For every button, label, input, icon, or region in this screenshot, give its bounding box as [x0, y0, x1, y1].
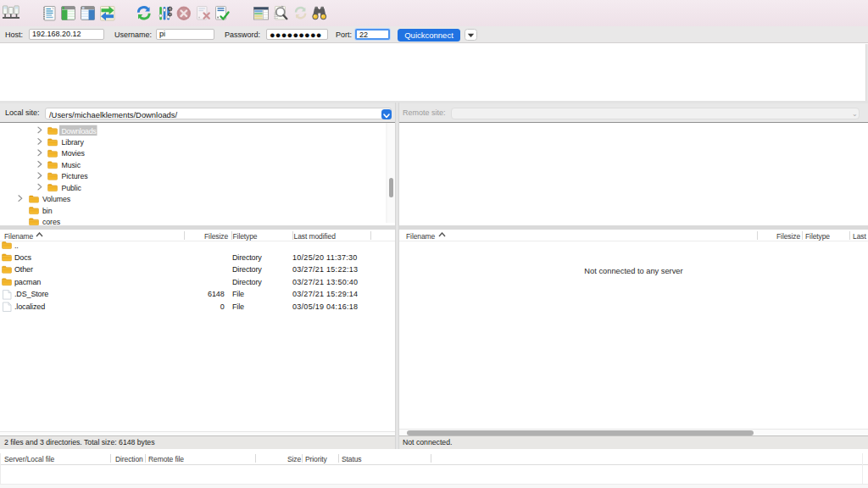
svg-text:Directory: Directory — [232, 265, 262, 274]
svg-text:Movies: Movies — [62, 149, 86, 158]
svg-text:File: File — [232, 302, 244, 311]
svg-text:Music: Music — [62, 161, 81, 169]
svg-text:pacman: pacman — [14, 278, 41, 286]
svg-text:10/25/20 11:37:30: 10/25/20 11:37:30 — [292, 253, 358, 262]
svg-text:0: 0 — [220, 302, 225, 311]
svg-text:Library: Library — [62, 138, 85, 147]
svg-text:Docs: Docs — [14, 253, 32, 262]
svg-text:6148: 6148 — [208, 290, 225, 298]
svg-text:Pictures: Pictures — [62, 172, 89, 180]
svg-text:03/27/21 15:22:13: 03/27/21 15:22:13 — [292, 265, 358, 274]
svg-text:File: File — [232, 290, 244, 298]
svg-text:..: .. — [14, 241, 19, 250]
svg-text:03/05/19 04:16:18: 03/05/19 04:16:18 — [292, 302, 358, 311]
svg-text:.localized: .localized — [14, 302, 45, 311]
svg-text:03/27/21 13:50:40: 03/27/21 13:50:40 — [292, 278, 358, 286]
svg-text:bin: bin — [42, 207, 53, 215]
svg-text:Directory: Directory — [232, 278, 262, 286]
svg-text:.DS_Store: .DS_Store — [14, 290, 48, 298]
svg-text:Directory: Directory — [232, 253, 262, 262]
svg-text:Volumes: Volumes — [42, 195, 71, 203]
svg-text:Downloads: Downloads — [62, 127, 97, 136]
svg-text:03/27/21 15:29:14: 03/27/21 15:29:14 — [292, 290, 358, 298]
svg-text:Other: Other — [14, 265, 33, 274]
svg-text:Public: Public — [62, 184, 82, 192]
